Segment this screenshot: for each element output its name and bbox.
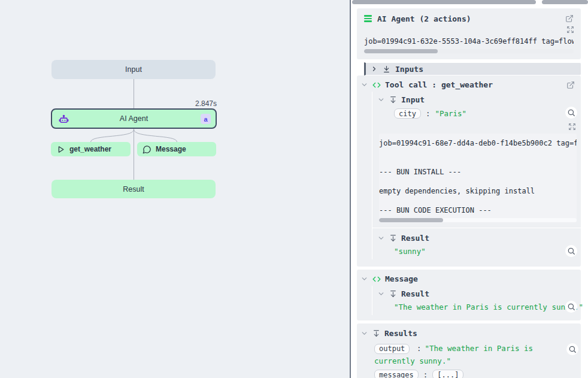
kv-separator: : xyxy=(417,344,422,353)
node-input[interactable]: Input xyxy=(51,60,216,79)
message-result-label: Result xyxy=(401,289,429,298)
message-result-value: "The weather in Paris is currently sunny… xyxy=(394,303,583,312)
results-title: Results xyxy=(384,329,417,338)
city-kv-row: city : "Paris" xyxy=(372,106,581,123)
tool-result-header[interactable]: Result xyxy=(372,231,581,244)
chevron-down-icon[interactable] xyxy=(360,275,368,283)
chevron-down-icon[interactable] xyxy=(377,234,385,242)
tool-log-progressbar[interactable] xyxy=(379,218,577,222)
messages-key-pill[interactable]: messages xyxy=(374,370,419,378)
city-value: "Paris" xyxy=(435,109,466,118)
arrow-down-from-line-icon xyxy=(389,234,397,242)
agent-badge[interactable]: a xyxy=(201,114,211,124)
agent-log-progress-thumb xyxy=(364,49,438,53)
search-icon[interactable] xyxy=(565,107,577,119)
tool-call-log[interactable]: job=01994c91-68e7-dd4a-deb0-f14be5b900c2… xyxy=(379,134,577,222)
panel-title: AI Agent (2 actions) xyxy=(377,14,471,23)
top-scrollbar-thumb-2[interactable] xyxy=(542,0,588,4)
arrow-down-from-line-icon xyxy=(389,290,397,298)
message-result-header[interactable]: Result xyxy=(372,287,581,300)
agent-header-section: AI Agent (2 actions) job=01994c91-632e-5… xyxy=(357,8,581,59)
robot-icon xyxy=(58,114,69,125)
tool-input-header[interactable]: Input xyxy=(372,93,581,106)
code-icon xyxy=(372,81,381,89)
node-ai-agent-label: AI Agent xyxy=(120,114,148,123)
tool-call-header[interactable]: Tool call : get_weather xyxy=(357,77,581,92)
tool-call-log-text: job=01994c91-68e7-dd4a-deb0-f14be5b900c2… xyxy=(379,138,577,215)
results-section: Results output :"The weather in Paris is… xyxy=(357,323,581,378)
agent-type-icon xyxy=(364,15,372,22)
node-result[interactable]: Result xyxy=(51,180,216,198)
tool-call-title: Tool call : get_weather xyxy=(385,80,493,89)
output-kv-row: output :"The weather in Paris is current… xyxy=(374,342,575,367)
kv-separator: : xyxy=(426,109,431,118)
message-bubble-icon xyxy=(143,145,151,154)
node-message[interactable]: Message xyxy=(137,142,216,156)
chevron-down-icon[interactable] xyxy=(377,96,385,104)
results-header[interactable]: Results xyxy=(357,326,581,340)
search-icon[interactable] xyxy=(565,245,577,257)
agent-job-log: job=01994c91-632e-5553-104a-3c69eff814ff… xyxy=(364,37,574,46)
open-external-icon[interactable] xyxy=(565,14,574,23)
tool-result-value-row: "sunny" xyxy=(372,244,581,259)
tool-result-label: Result xyxy=(401,234,429,243)
city-key-pill[interactable]: city xyxy=(394,108,421,119)
top-scrollbar-thumb[interactable] xyxy=(352,0,536,4)
job-details-card: AI Agent (2 actions) job=01994c91-632e-5… xyxy=(357,8,581,378)
tool-result-block: Result "sunny" xyxy=(372,228,581,259)
expand-logs-icon[interactable] xyxy=(566,26,574,34)
message-result-value-row: "The weather in Paris is currently sunny… xyxy=(372,300,581,315)
inputs-label: Inputs xyxy=(395,65,423,74)
tool-log-progress-thumb xyxy=(379,218,443,222)
chevron-down-icon[interactable] xyxy=(377,290,385,298)
arrow-down-from-line-icon xyxy=(372,329,380,337)
node-get-weather-label: get_weather xyxy=(69,145,111,153)
search-icon[interactable] xyxy=(566,343,578,355)
output-key-pill[interactable]: output xyxy=(374,344,410,354)
chevron-down-icon[interactable] xyxy=(360,329,368,337)
flow-canvas[interactable]: Input 2.847s AI Agent a get_weather Mess… xyxy=(0,0,350,378)
message-title: Message xyxy=(385,274,418,283)
search-icon[interactable] xyxy=(565,301,577,313)
arrow-down-from-line-icon xyxy=(389,96,397,104)
tool-result-value: "sunny" xyxy=(394,247,426,256)
open-external-icon[interactable] xyxy=(566,81,575,89)
agent-duration-label: 2.847s xyxy=(157,99,217,108)
expand-logs-icon[interactable] xyxy=(568,123,576,131)
messages-value-pill[interactable]: [...] xyxy=(432,370,463,378)
arrow-down-to-line-icon xyxy=(383,65,390,73)
node-result-label: Result xyxy=(123,185,144,193)
tool-call-section: Tool call : get_weather Input city xyxy=(357,75,581,267)
agent-log-progressbar[interactable] xyxy=(364,49,574,53)
chevron-right-icon[interactable] xyxy=(371,65,378,72)
message-section: Message Result "The weather in Paris is … xyxy=(357,270,581,320)
job-details-panel: AI Agent (2 actions) job=01994c91-632e-5… xyxy=(351,0,588,378)
code-icon xyxy=(372,275,381,283)
node-get-weather[interactable]: get_weather xyxy=(51,142,131,156)
tool-input-label: Input xyxy=(401,95,425,104)
node-ai-agent[interactable]: AI Agent a xyxy=(51,108,217,129)
kv-separator: : xyxy=(423,370,428,378)
play-icon xyxy=(56,145,65,154)
node-message-label: Message xyxy=(156,145,186,153)
chevron-down-icon[interactable] xyxy=(360,81,368,89)
message-header[interactable]: Message xyxy=(357,271,581,286)
node-input-label: Input xyxy=(125,65,142,74)
inputs-section-toggle[interactable]: Inputs xyxy=(364,62,581,75)
messages-kv-row: messages : [...] xyxy=(374,370,575,378)
